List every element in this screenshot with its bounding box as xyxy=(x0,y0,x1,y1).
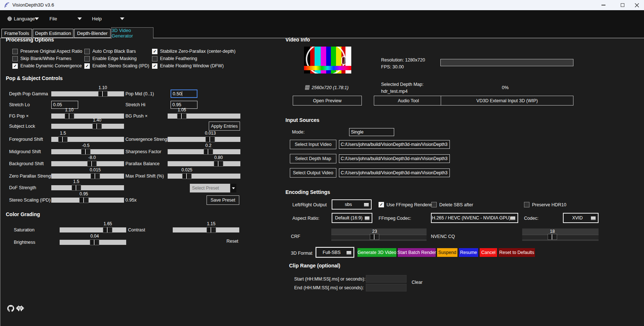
brightness-slider-thumb[interactable] xyxy=(90,239,99,245)
clip-clear-button[interactable]: Clear xyxy=(409,278,425,287)
checkbox-box[interactable] xyxy=(12,49,18,54)
convergence-strength-slider-track[interactable] xyxy=(168,137,240,142)
checkbox-edge-masking[interactable]: Enable Edge Masking xyxy=(84,56,149,61)
background-shift-slider-thumb[interactable] xyxy=(87,161,97,167)
crf-slider[interactable]: 23 xyxy=(331,228,427,241)
select-preset-combobox[interactable]: Select Preset xyxy=(190,184,236,192)
saturation-slider-thumb[interactable] xyxy=(103,227,112,233)
midground-shift-slider-thumb[interactable] xyxy=(81,149,91,155)
select-depth-map-button[interactable]: Select Depth Map xyxy=(290,154,336,163)
pop-mid-input[interactable]: 0.50 xyxy=(171,90,197,98)
nvenc-cq-slider-thumb[interactable] xyxy=(548,234,557,240)
parallax-balance-slider-thumb[interactable] xyxy=(214,161,223,167)
dof-strength-slider-track[interactable] xyxy=(51,185,124,190)
audio-tool-button[interactable]: Audio Tool xyxy=(374,96,443,106)
checkbox-skip-blank[interactable]: Skip Blank/White Frames xyxy=(12,56,82,61)
parallax-balance-slider[interactable]: 0.80 xyxy=(168,155,240,168)
checkbox-floating-window[interactable]: ✓Enable Floating Window (DFW) xyxy=(152,63,236,68)
checkbox-box[interactable]: ✓ xyxy=(12,63,18,69)
max-pixel-shift-slider[interactable]: 0.025 xyxy=(168,167,240,181)
stereo-scaling-slider-thumb[interactable] xyxy=(79,197,89,203)
reset-color-grading-button[interactable]: Reset xyxy=(225,237,240,245)
aspect-ratio-combobox[interactable]: Default (16:9) xyxy=(332,213,372,223)
close-button[interactable] xyxy=(629,0,644,10)
cancel-button[interactable]: Cancel xyxy=(480,248,497,257)
github-icon[interactable] xyxy=(7,305,14,312)
3d-format-combobox[interactable]: Full-SBS xyxy=(316,247,354,258)
zero-parallax-strength-slider-track[interactable] xyxy=(51,174,124,179)
subject-lock-slider-thumb[interactable] xyxy=(92,123,102,129)
checkbox-preserve-hdr10[interactable]: Preserve HDR10 xyxy=(524,202,566,207)
left-right-output-combobox[interactable]: sbs xyxy=(332,199,372,210)
checkbox-dynamic-convergence[interactable]: ✓Enable Dynamic Convergence xyxy=(12,63,82,68)
help-dropdown-arrow-icon[interactable] xyxy=(120,17,124,20)
checkbox-feathering[interactable]: Enable Feathering xyxy=(152,56,236,61)
robot-icon[interactable] xyxy=(16,305,24,311)
crf-slider-thumb[interactable] xyxy=(370,234,379,240)
contrast-slider-track[interactable] xyxy=(173,227,239,232)
bg-push-slider[interactable]: 1.05 xyxy=(168,107,240,121)
background-shift-slider[interactable]: -8.0 xyxy=(51,155,124,168)
checkbox-preserve-aspect[interactable]: Preserve Original Aspect Ratio xyxy=(12,49,82,54)
select-output-video-button[interactable]: Select Output Video xyxy=(290,168,336,178)
checkbox-box[interactable] xyxy=(431,202,437,207)
checkbox-box[interactable] xyxy=(84,56,90,61)
external-input-button[interactable]: VD3D External Input 3D (WIP) xyxy=(441,96,573,106)
open-preview-button[interactable]: Open Preview xyxy=(293,96,362,106)
max-pixel-shift-slider-track[interactable] xyxy=(168,174,240,179)
input-video-path[interactable]: C:/Users/johna/build/VisionDepth3d-main/… xyxy=(339,140,450,149)
select-input-video-button[interactable]: Select Input Video xyxy=(290,140,336,149)
brightness-slider[interactable]: 0.04 xyxy=(60,233,126,247)
nvenc-cq-slider-track[interactable] xyxy=(522,235,599,239)
tab-depth-estimation[interactable]: Depth Estimation xyxy=(33,29,73,38)
convergence-strength-slider-thumb[interactable] xyxy=(205,136,215,142)
contrast-slider[interactable]: 1.15 xyxy=(173,221,239,235)
checkbox-box[interactable]: ✓ xyxy=(84,63,90,69)
reset-to-defaults-button[interactable]: Reset to Defaults xyxy=(499,248,535,257)
subject-lock-slider-track[interactable] xyxy=(51,124,124,129)
dof-strength-slider[interactable]: 1.5 xyxy=(51,179,124,192)
stereo-scaling-slider[interactable]: 0.95 xyxy=(51,191,124,205)
checkbox-stereo-scaling[interactable]: ✓Enable Stereo Scaling (IPD) xyxy=(84,63,149,68)
saturation-slider[interactable]: 1.65 xyxy=(60,221,126,235)
menu-help[interactable]: Help xyxy=(92,16,102,21)
depth-map-path[interactable]: C:/Users/johna/build/VisionDepth3d-main/… xyxy=(339,154,450,163)
foreground-shift-slider[interactable]: 1.5 xyxy=(51,130,124,144)
output-video-path[interactable]: C:/Users/johna/build/VisionDepth3d-main/… xyxy=(339,168,450,177)
subject-lock-slider[interactable]: 1.40 xyxy=(51,117,124,131)
codec-combobox[interactable]: XVID xyxy=(563,213,599,223)
depth-pop-gamma-slider-thumb[interactable] xyxy=(98,91,108,97)
tab-frametools[interactable]: FrameTools xyxy=(1,29,32,38)
convergence-strength-slider[interactable]: 0.013 xyxy=(168,130,240,144)
foreground-shift-slider-thumb[interactable] xyxy=(58,136,68,142)
dof-strength-slider-thumb[interactable] xyxy=(72,185,81,191)
save-preset-button[interactable]: Save Preset xyxy=(207,195,239,205)
checkbox-box[interactable] xyxy=(84,49,90,54)
clip-start-input[interactable] xyxy=(366,275,407,283)
checkbox-box[interactable]: ✓ xyxy=(152,63,157,69)
combobox-arrow-icon[interactable] xyxy=(230,184,236,192)
apply-entries-button[interactable]: Apply Entries xyxy=(209,122,240,131)
bg-push-slider-thumb[interactable] xyxy=(177,113,187,119)
minimize-button[interactable] xyxy=(596,0,611,10)
maximize-button[interactable] xyxy=(615,0,630,10)
checkbox-auto-crop[interactable]: Auto Crop Black Bars xyxy=(84,49,149,54)
suspend-button[interactable]: Suspend xyxy=(437,248,457,257)
saturation-slider-track[interactable] xyxy=(60,227,126,232)
zero-parallax-strength-slider-thumb[interactable] xyxy=(91,173,100,179)
checkbox-box[interactable] xyxy=(12,56,18,61)
checkbox-box[interactable] xyxy=(152,56,157,61)
nvenc-cq-slider[interactable]: 18 xyxy=(522,228,599,241)
file-dropdown-arrow-icon[interactable] xyxy=(77,17,82,20)
checkbox-use-ffmpeg[interactable]: ✓Use FFmpeg Renderer xyxy=(379,202,433,207)
language-dropdown-arrow-icon[interactable] xyxy=(35,17,39,20)
menu-file[interactable]: File xyxy=(49,16,57,21)
checkbox-delete-sbs[interactable]: Delete SBS after xyxy=(431,202,473,207)
max-pixel-shift-slider-thumb[interactable] xyxy=(182,173,192,179)
depth-pop-gamma-slider-track[interactable] xyxy=(51,91,124,96)
generate-3d-video-button[interactable]: Generate 3D Video xyxy=(357,248,396,257)
tab-3d-video-generator[interactable]: 3D Video Generator xyxy=(111,27,153,39)
contrast-slider-thumb[interactable] xyxy=(207,227,216,233)
menu-language[interactable]: Language xyxy=(14,16,35,21)
checkbox-box[interactable]: ✓ xyxy=(152,49,157,54)
